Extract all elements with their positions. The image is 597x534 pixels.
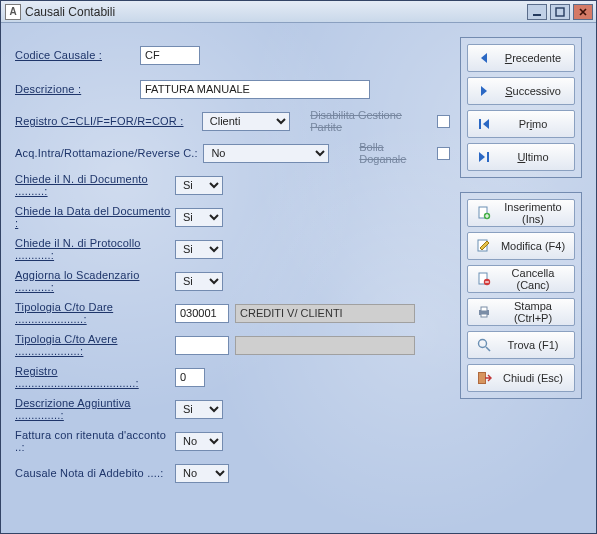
modifica-button[interactable]: Modifica (F4) — [467, 232, 575, 260]
label-chiede-nprot[interactable]: Chiede il N. di Protocollo ...........: — [15, 237, 175, 261]
modifica-label: Modifica (F4) — [500, 240, 566, 252]
successivo-button[interactable]: Successivo — [467, 77, 575, 105]
row-aggiorna-scad: Aggiorna lo Scadenzario ...........: Si — [15, 265, 450, 297]
input-descrizione[interactable] — [140, 80, 370, 99]
sidebar: Precedente Successivo Primo Ultimo — [460, 37, 582, 519]
window: A Causali Contabili Codice Causale : Des… — [0, 0, 597, 534]
primo-button[interactable]: Primo — [467, 110, 575, 138]
precedente-button[interactable]: Precedente — [467, 44, 575, 72]
edit-icon — [476, 238, 492, 254]
label-chiede-data[interactable]: Chiede la Data del Documento : — [15, 205, 175, 229]
combo-chiede-ndoc[interactable]: Si — [175, 176, 223, 195]
chiudi-label: Chiudi (Esc) — [500, 372, 566, 384]
app-icon: A — [5, 4, 21, 20]
combo-aggiorna-scad[interactable]: Si — [175, 272, 223, 291]
label-chiede-ndoc[interactable]: Chiede il N. di Documento .........: — [15, 173, 175, 197]
svg-point-12 — [479, 340, 487, 348]
combo-fatt-ritenuta[interactable]: No — [175, 432, 223, 451]
combo-acq-intra[interactable]: No — [203, 144, 329, 163]
svg-rect-3 — [487, 152, 489, 162]
client-area: Codice Causale : Descrizione : Registro … — [1, 23, 596, 533]
window-title: Causali Contabili — [25, 5, 524, 19]
label-fatt-ritenuta: Fattura con ritenuta d'acconto ..: — [15, 429, 175, 453]
trova-label: Trova (F1) — [500, 339, 566, 351]
svg-rect-10 — [481, 307, 487, 311]
nav-group: Precedente Successivo Primo Ultimo — [460, 37, 582, 178]
label-descrizione[interactable]: Descrizione : — [15, 83, 140, 95]
input-codice-causale[interactable] — [140, 46, 200, 65]
label-disabilita-gestione: Disabilita Gestione Partite — [310, 109, 431, 133]
ultimo-label: Ultimo — [500, 151, 566, 163]
readout-tip-dare: CREDITI V/ CLIENTI — [235, 304, 415, 323]
cancella-button[interactable]: Cancella (Canc) — [467, 265, 575, 293]
label-descr-agg[interactable]: Descrizione Aggiuntiva ..............: — [15, 397, 175, 421]
row-registro: Registro ...............................… — [15, 361, 450, 393]
row-descrizione: Descrizione : — [15, 73, 450, 105]
close-icon — [578, 7, 588, 17]
row-chiede-ndoc: Chiede il N. di Documento .........: Si — [15, 169, 450, 201]
triangle-right-icon — [476, 83, 492, 99]
search-icon — [476, 337, 492, 353]
combo-chiede-nprot[interactable]: Si — [175, 240, 223, 259]
label-registro-tipo[interactable]: Registro C=CLI/F=FOR/R=COR : — [15, 115, 202, 127]
label-acq-intra: Acq.Intra/Rottamazione/Reverse C.: — [15, 147, 203, 159]
row-chiede-nprot: Chiede il N. di Protocollo ...........: … — [15, 233, 450, 265]
cancella-label: Cancella (Canc) — [500, 267, 566, 291]
minimize-icon — [532, 7, 542, 17]
triangle-left-icon — [476, 50, 492, 66]
row-codice-causale: Codice Causale : — [15, 37, 450, 73]
stampa-label: Stampa (Ctrl+P) — [500, 300, 566, 324]
minimize-button[interactable] — [527, 4, 547, 20]
inserimento-label: Inserimento (Ins) — [500, 201, 566, 225]
combo-chiede-data[interactable]: Si — [175, 208, 223, 227]
svg-rect-11 — [481, 314, 487, 317]
label-aggiorna-scad[interactable]: Aggiorna lo Scadenzario ...........: — [15, 269, 175, 293]
delete-icon — [476, 271, 492, 287]
input-registro[interactable] — [175, 368, 205, 387]
input-tip-dare[interactable] — [175, 304, 229, 323]
inserimento-button[interactable]: Inserimento (Ins) — [467, 199, 575, 227]
row-tip-dare: Tipologia C/to Dare ....................… — [15, 297, 450, 329]
trova-button[interactable]: Trova (F1) — [467, 331, 575, 359]
readout-tip-avere — [235, 336, 415, 355]
combo-registro-tipo[interactable]: Clienti — [202, 112, 290, 131]
form-area: Codice Causale : Descrizione : Registro … — [15, 37, 450, 519]
exit-icon — [476, 370, 492, 386]
chiudi-button[interactable]: Chiudi (Esc) — [467, 364, 575, 392]
checkbox-bolla-doganale[interactable] — [437, 147, 450, 160]
close-button[interactable] — [573, 4, 593, 20]
label-tip-avere[interactable]: Tipologia C/to Avere ...................… — [15, 333, 175, 357]
row-descr-agg: Descrizione Aggiuntiva ..............: S… — [15, 393, 450, 425]
ultimo-button[interactable]: Ultimo — [467, 143, 575, 171]
combo-descr-agg[interactable]: Si — [175, 400, 223, 419]
label-tip-dare[interactable]: Tipologia C/to Dare ....................… — [15, 301, 175, 325]
precedente-label: Precedente — [500, 52, 566, 64]
row-acq-intra: Acq.Intra/Rottamazione/Reverse C.: No Bo… — [15, 137, 450, 169]
row-chiede-data: Chiede la Data del Documento : Si — [15, 201, 450, 233]
row-fatt-ritenuta: Fattura con ritenuta d'acconto ..: No — [15, 425, 450, 457]
row-tip-avere: Tipologia C/to Avere ...................… — [15, 329, 450, 361]
combo-causale-nota[interactable]: No — [175, 464, 229, 483]
svg-rect-2 — [479, 119, 481, 129]
svg-rect-14 — [479, 373, 485, 383]
row-registro-tipo: Registro C=CLI/F=FOR/R=COR : Clienti Dis… — [15, 105, 450, 137]
checkbox-disabilita-gestione[interactable] — [437, 115, 450, 128]
primo-label: Primo — [500, 118, 566, 130]
stampa-button[interactable]: Stampa (Ctrl+P) — [467, 298, 575, 326]
maximize-button[interactable] — [550, 4, 570, 20]
successivo-label: Successivo — [500, 85, 566, 97]
row-causale-nota: Causale Nota di Addebito ....: No — [15, 457, 450, 489]
titlebar: A Causali Contabili — [1, 1, 596, 23]
last-icon — [476, 149, 492, 165]
new-doc-icon — [476, 205, 492, 221]
first-icon — [476, 116, 492, 132]
label-codice-causale[interactable]: Codice Causale : — [15, 49, 140, 61]
label-causale-nota: Causale Nota di Addebito ....: — [15, 467, 175, 479]
svg-rect-0 — [533, 14, 541, 16]
label-registro[interactable]: Registro ...............................… — [15, 365, 175, 389]
action-group: Inserimento (Ins) Modifica (F4) Cancella… — [460, 192, 582, 399]
maximize-icon — [555, 7, 565, 17]
label-bolla-doganale: Bolla Doganale — [359, 141, 431, 165]
svg-rect-1 — [556, 8, 564, 16]
input-tip-avere[interactable] — [175, 336, 229, 355]
